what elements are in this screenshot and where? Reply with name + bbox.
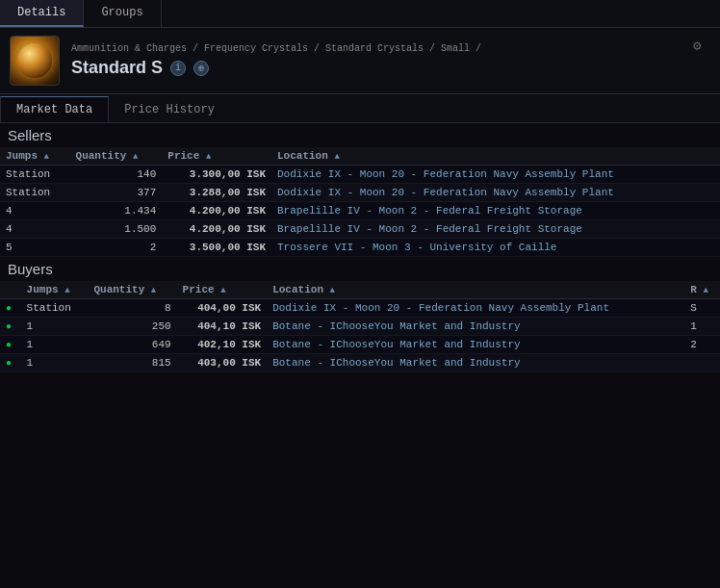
- item-name-row: Standard S i ⊕: [71, 58, 710, 78]
- cell-qty: 1.500: [70, 220, 163, 239]
- tab-price-history[interactable]: Price History: [109, 96, 230, 122]
- col-jumps-buyers[interactable]: Jumps ▲: [21, 281, 89, 299]
- col-r-buyers[interactable]: R ▲: [684, 281, 720, 299]
- cell-qty: 8: [88, 299, 176, 318]
- col-location-sellers[interactable]: Location ▲: [271, 147, 706, 166]
- tab-details[interactable]: Details: [0, 0, 84, 27]
- cell-qty: 649: [88, 336, 176, 354]
- col-price-sellers[interactable]: Price ▲: [162, 147, 271, 166]
- col-extra-sellers: [706, 147, 720, 166]
- sellers-header-row: Jumps ▲ Quantity ▲ Price ▲ Location ▲: [0, 147, 720, 166]
- sellers-thead: Jumps ▲ Quantity ▲ Price ▲ Location ▲: [0, 147, 720, 166]
- sort-arrow-r-buyers: ▲: [703, 286, 707, 295]
- table-row[interactable]: ● 1 649 402,10 ISK Botane - IChooseYou M…: [0, 336, 720, 354]
- buyers-label: Buyers: [0, 257, 720, 281]
- section-tab-bar: Market Data Price History: [0, 94, 720, 123]
- cell-extra: [706, 239, 720, 257]
- sort-arrow-loc-sellers: ▲: [334, 152, 339, 162]
- table-row[interactable]: 4 1.434 4.200,00 ISK Brapelille IV - Moo…: [0, 202, 720, 220]
- cell-extra: [706, 166, 720, 184]
- cell-location: Dodixie IX - Moon 20 - Federation Navy A…: [267, 299, 684, 318]
- col-jumps-sellers[interactable]: Jumps ▲: [0, 147, 70, 166]
- buyers-table: Jumps ▲ Quantity ▲ Price ▲ Location ▲ R …: [0, 281, 720, 372]
- sort-arrow-qty-sellers: ▲: [133, 152, 138, 162]
- cell-jumps: 5: [0, 239, 70, 257]
- cell-extra: [706, 202, 720, 220]
- sort-arrow-jumps-buyers: ▲: [64, 286, 69, 295]
- cell-jumps: 4: [0, 202, 70, 220]
- cell-location: Botane - IChooseYou Market and Industry: [267, 354, 684, 372]
- cell-location: Trossere VII - Moon 3 - University of Ca…: [271, 239, 706, 257]
- cell-location: Botane - IChooseYou Market and Industry: [267, 336, 684, 354]
- item-info: Ammunition & Charges / Frequency Crystal…: [71, 43, 710, 78]
- gear-icon[interactable]: ⚙: [693, 38, 710, 55]
- buyers-table-container: Jumps ▲ Quantity ▲ Price ▲ Location ▲ R …: [0, 281, 720, 372]
- status-dot: ●: [6, 340, 12, 350]
- cell-jumps: 4: [0, 220, 70, 239]
- cell-price: 4.200,00 ISK: [162, 220, 271, 239]
- breadcrumb: Ammunition & Charges / Frequency Crystal…: [71, 43, 710, 54]
- buyers-section: Buyers Jumps ▲ Quantity ▲ Price ▲ Locati…: [0, 257, 720, 372]
- cell-qty: 1.434: [70, 202, 163, 220]
- col-location-buyers[interactable]: Location ▲: [267, 281, 684, 299]
- cell-qty: 140: [70, 166, 163, 184]
- cell-jumps: Station: [0, 184, 70, 202]
- cell-jumps: Station: [0, 166, 70, 184]
- table-row[interactable]: 5 2 3.500,00 ISK Trossere VII - Moon 3 -…: [0, 239, 720, 257]
- cell-dot: ●: [0, 299, 21, 318]
- table-row[interactable]: 4 1.500 4.200,00 ISK Brapelille IV - Moo…: [0, 220, 720, 239]
- item-name: Standard S: [71, 58, 163, 78]
- table-row[interactable]: ● 1 250 404,10 ISK Botane - IChooseYou M…: [0, 318, 720, 336]
- sellers-tbody: Station 140 3.300,00 ISK Dodixie IX - Mo…: [0, 166, 720, 257]
- cell-extra: [706, 184, 720, 202]
- cell-dot: ●: [0, 354, 21, 372]
- cell-price: 3.288,00 ISK: [162, 184, 271, 202]
- cell-location: Brapelille IV - Moon 2 - Federal Freight…: [271, 220, 706, 239]
- cell-price: 3.300,00 ISK: [162, 166, 271, 184]
- table-row[interactable]: Station 140 3.300,00 ISK Dodixie IX - Mo…: [0, 166, 720, 184]
- cell-location: Dodixie IX - Moon 20 - Federation Navy A…: [271, 184, 706, 202]
- sellers-label: Sellers: [0, 123, 720, 147]
- item-icon-inner: [17, 43, 52, 78]
- col-qty-buyers[interactable]: Quantity ▲: [88, 281, 176, 299]
- buyers-thead: Jumps ▲ Quantity ▲ Price ▲ Location ▲ R …: [0, 281, 720, 299]
- cell-price: 402,10 ISK: [177, 336, 268, 354]
- sellers-table-container: Jumps ▲ Quantity ▲ Price ▲ Location ▲ St…: [0, 147, 720, 257]
- table-row[interactable]: ● Station 8 404,00 ISK Dodixie IX - Moon…: [0, 299, 720, 318]
- col-price-buyers[interactable]: Price ▲: [177, 281, 268, 299]
- cell-r: 1: [684, 318, 720, 336]
- tab-groups[interactable]: Groups: [84, 0, 161, 27]
- sellers-table: Jumps ▲ Quantity ▲ Price ▲ Location ▲ St…: [0, 147, 720, 257]
- cell-jumps: 1: [21, 354, 89, 372]
- cell-r: 2: [684, 336, 720, 354]
- buyers-tbody: ● Station 8 404,00 ISK Dodixie IX - Moon…: [0, 299, 720, 372]
- status-dot: ●: [6, 303, 12, 314]
- cell-location: Dodixie IX - Moon 20 - Federation Navy A…: [271, 166, 706, 184]
- tab-market-data[interactable]: Market Data: [0, 96, 109, 122]
- cell-dot: ●: [0, 336, 21, 354]
- item-header: Ammunition & Charges / Frequency Crystal…: [0, 28, 720, 94]
- cell-location: Botane - IChooseYou Market and Industry: [267, 318, 684, 336]
- sort-arrow-qty-buyers: ▲: [151, 286, 156, 295]
- cell-price: 404,10 ISK: [177, 318, 268, 336]
- cell-r: [684, 354, 720, 372]
- info-icon[interactable]: i: [170, 61, 186, 76]
- cell-extra: [706, 220, 720, 239]
- sort-arrow-loc-buyers: ▲: [330, 286, 335, 295]
- copy-icon[interactable]: ⊕: [193, 61, 209, 76]
- sort-arrow-price-buyers: ▲: [220, 286, 225, 295]
- cell-r: S: [684, 299, 720, 318]
- cell-qty: 377: [70, 184, 163, 202]
- table-row[interactable]: Station 377 3.288,00 ISK Dodixie IX - Mo…: [0, 184, 720, 202]
- cell-price: 3.500,00 ISK: [162, 239, 271, 257]
- table-row[interactable]: ● 1 815 403,00 ISK Botane - IChooseYou M…: [0, 354, 720, 372]
- cell-jumps: Station: [21, 299, 89, 318]
- item-icon: [10, 36, 60, 86]
- col-qty-sellers[interactable]: Quantity ▲: [70, 147, 163, 166]
- cell-price: 4.200,00 ISK: [162, 202, 271, 220]
- cell-qty: 2: [70, 239, 163, 257]
- cell-jumps: 1: [21, 318, 89, 336]
- cell-dot: ●: [0, 318, 21, 336]
- sort-arrow-price-sellers: ▲: [206, 152, 211, 162]
- col-dot-buyers: [0, 281, 21, 299]
